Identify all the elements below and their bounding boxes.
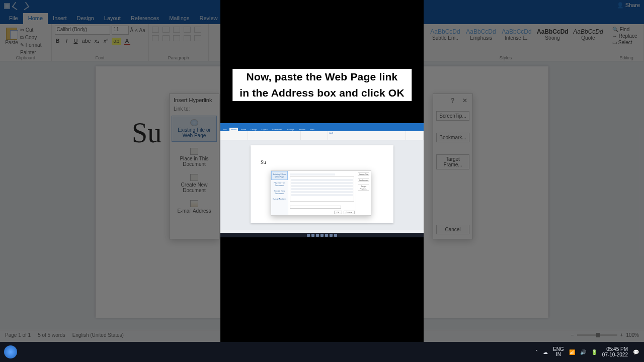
- instruction-caption: Now, paste the Web Page link in the Addr…: [232, 69, 412, 101]
- tray-volume-icon[interactable]: 🔊: [580, 349, 586, 355]
- inner-ribbon-tabs: File Home Insert Design Layout Reference…: [220, 127, 424, 131]
- inner-dialog-main: OK Cancel: [288, 171, 356, 215]
- inner-dialog-side: ScreenTip... Bookmark... Target Frame...: [356, 171, 371, 215]
- inner-linkto-place[interactable]: Place in This Document: [271, 180, 288, 188]
- caption-line-1: Now, paste the Web Page link: [232, 69, 412, 85]
- inner-tb-icon[interactable]: [330, 234, 333, 237]
- inner-tb-icon[interactable]: [311, 234, 314, 237]
- inner-tab-view[interactable]: View: [308, 128, 316, 131]
- inner-address-input[interactable]: [290, 206, 341, 209]
- inner-tab-mailings[interactable]: Mailings: [285, 128, 296, 131]
- inner-word-window: File Home Insert Design Layout Reference…: [220, 123, 424, 237]
- inner-cancel-button[interactable]: Cancel: [344, 211, 355, 214]
- start-button[interactable]: [4, 345, 17, 358]
- inner-dialog-nav: Existing File or Web Page Place in This …: [271, 171, 288, 215]
- inner-linkto-email[interactable]: E-mail Address: [271, 196, 288, 202]
- inner-tab-home[interactable]: Home: [229, 128, 238, 131]
- inner-tab-references[interactable]: References: [271, 128, 284, 131]
- inner-target-button[interactable]: Target Frame...: [358, 185, 369, 191]
- inner-linkto-existing[interactable]: Existing File or Web Page: [271, 171, 288, 180]
- inner-screentip-button[interactable]: ScreenTip...: [358, 172, 369, 176]
- video-column: Now, paste the Web Page link in the Addr…: [220, 0, 424, 362]
- inner-tb-icon[interactable]: [307, 234, 310, 237]
- tray-wifi-icon[interactable]: 📶: [569, 349, 575, 355]
- inner-tb-icon[interactable]: [334, 234, 337, 237]
- inner-linkto-new[interactable]: Create New Document: [271, 188, 288, 196]
- tray-onedrive-icon[interactable]: ☁: [543, 349, 548, 355]
- inner-ok-button[interactable]: OK: [334, 211, 342, 214]
- inner-tab-insert[interactable]: Insert: [239, 128, 248, 131]
- inner-tab-design[interactable]: Design: [249, 128, 258, 131]
- inner-tab-layout[interactable]: Layout: [260, 128, 269, 131]
- inner-hyperlink-dialog: Existing File or Web Page Place in This …: [271, 170, 371, 216]
- inner-tab-file[interactable]: File: [222, 128, 228, 131]
- inner-tab-review[interactable]: Review: [297, 128, 307, 131]
- inner-document-area: Su Existing File or Web Page Place in Th…: [220, 140, 424, 231]
- windows-taskbar: ˄ ☁ ENGIN 📶 🔊 🔋 05:45 PM 07-10-2022 💬: [0, 342, 644, 362]
- tray-language[interactable]: ENGIN: [553, 347, 564, 357]
- inner-tb-icon[interactable]: [320, 234, 324, 237]
- inner-ribbon: AaB: [220, 131, 424, 140]
- inner-heading: Su: [261, 159, 383, 165]
- inner-bookmark-button[interactable]: Bookmark...: [358, 178, 369, 182]
- inner-tb-icon[interactable]: [316, 234, 319, 237]
- tray-clock[interactable]: 05:45 PM 07-10-2022: [602, 346, 628, 357]
- inner-tb-icon[interactable]: [325, 234, 328, 237]
- tray-notifications-icon[interactable]: 💬: [633, 349, 639, 355]
- tray-battery-icon[interactable]: 🔋: [591, 349, 597, 355]
- caption-line-2: in the Address box and click OK: [232, 85, 412, 101]
- tray-chevron-icon[interactable]: ˄: [535, 349, 538, 355]
- inner-taskbar: [220, 233, 424, 237]
- inner-titlebar: [220, 123, 424, 127]
